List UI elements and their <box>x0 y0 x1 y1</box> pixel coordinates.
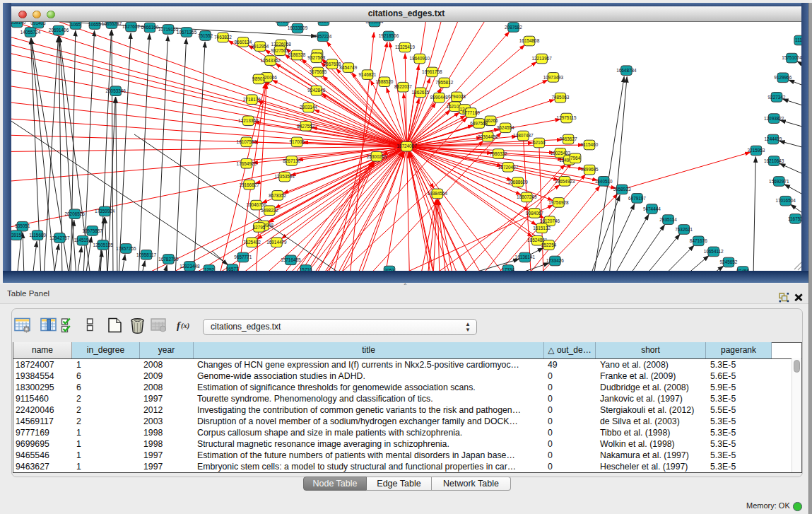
svg-text:62160: 62160 <box>533 140 546 145</box>
svg-text:7625402: 7625402 <box>243 240 261 245</box>
svg-text:7463822: 7463822 <box>214 35 232 40</box>
svg-text:20364436: 20364436 <box>478 134 498 139</box>
svg-text:8912954: 8912954 <box>252 44 269 49</box>
svg-text:7986322: 7986322 <box>490 151 507 156</box>
svg-text:9327508: 9327508 <box>307 55 325 60</box>
svg-text:17857255: 17857255 <box>116 246 136 251</box>
svg-text:1527602: 1527602 <box>122 24 140 29</box>
svg-text:10807487: 10807487 <box>513 133 534 138</box>
svg-text:16107553: 16107553 <box>237 139 257 144</box>
svg-text:10655287: 10655287 <box>102 22 122 26</box>
svg-text:16136141: 16136141 <box>515 255 536 259</box>
svg-text:1292: 1292 <box>204 267 215 271</box>
svg-text:9777169: 9777169 <box>462 110 480 115</box>
svg-text:15751074: 15751074 <box>782 55 801 60</box>
svg-text:1145194: 1145194 <box>74 238 92 243</box>
svg-text:92456: 92456 <box>736 269 749 271</box>
svg-text:15716: 15716 <box>300 267 312 271</box>
svg-text:10671355: 10671355 <box>177 30 197 35</box>
svg-text:9327503: 9327503 <box>271 48 289 53</box>
svg-text:8990448: 8990448 <box>430 95 448 100</box>
svg-text:9899695: 9899695 <box>581 167 599 172</box>
svg-text:8678352: 8678352 <box>269 193 286 198</box>
svg-text:8322037: 8322037 <box>394 84 412 89</box>
svg-text:10655: 10655 <box>88 22 101 27</box>
svg-text:16033809: 16033809 <box>288 25 308 30</box>
svg-text:16648784: 16648784 <box>616 68 637 73</box>
svg-text:8267130: 8267130 <box>283 158 300 163</box>
svg-text:1588520: 1588520 <box>376 79 394 84</box>
svg-text:(x): (x) <box>181 322 189 330</box>
svg-text:3624554: 3624554 <box>497 125 514 130</box>
svg-text:10046756: 10046756 <box>246 202 266 207</box>
svg-text:9084067: 9084067 <box>526 211 543 216</box>
svg-text:12213363: 12213363 <box>238 118 259 123</box>
svg-text:20206526: 20206526 <box>64 211 85 216</box>
svg-text:139154: 139154 <box>11 233 24 238</box>
svg-text:18640910: 18640910 <box>410 56 430 61</box>
svg-text:8830: 8830 <box>319 22 329 23</box>
svg-text:116753: 116753 <box>788 216 801 221</box>
svg-text:6794028: 6794028 <box>448 94 466 99</box>
svg-text:17654925: 17654925 <box>237 161 257 166</box>
svg-text:16210643: 16210643 <box>764 158 784 163</box>
svg-text:9227342: 9227342 <box>768 95 786 100</box>
svg-text:6479197: 6479197 <box>628 196 646 201</box>
svg-text:16120746: 16120746 <box>540 218 560 223</box>
svg-text:16154808: 16154808 <box>519 38 540 43</box>
svg-text:5958923: 5958923 <box>613 187 631 192</box>
svg-text:18807249: 18807249 <box>517 194 537 199</box>
svg-text:8660124: 8660124 <box>235 40 252 45</box>
svg-text:8454749: 8454749 <box>339 65 357 70</box>
svg-text:12353594: 12353594 <box>274 174 295 179</box>
svg-text:17016504: 17016504 <box>775 198 796 203</box>
svg-text:6497568: 6497568 <box>470 121 488 126</box>
svg-text:1112: 1112 <box>795 37 801 42</box>
svg-text:20053346: 20053346 <box>105 88 126 93</box>
svg-text:9146821: 9146821 <box>359 72 377 77</box>
svg-text:8427552: 8427552 <box>297 124 314 129</box>
svg-text:9463627: 9463627 <box>560 136 577 141</box>
svg-text:19166827: 19166827 <box>239 182 259 187</box>
svg-text:12505135: 12505135 <box>93 243 113 247</box>
svg-text:2803144: 2803144 <box>300 105 317 110</box>
svg-text:11325419: 11325419 <box>395 45 415 49</box>
svg-text:19756928: 19756928 <box>548 200 569 205</box>
svg-text:96577: 96577 <box>226 267 239 271</box>
svg-text:2053: 2053 <box>384 268 395 271</box>
svg-text:8813054: 8813054 <box>366 22 384 24</box>
svg-text:10543362: 10543362 <box>260 58 281 63</box>
svg-text:7485063: 7485063 <box>551 95 569 100</box>
svg-text:1244419: 1244419 <box>765 136 782 141</box>
svg-text:98901: 98901 <box>252 76 265 81</box>
svg-text:19654923: 19654923 <box>555 179 575 184</box>
svg-text:15716485: 15716485 <box>281 257 301 262</box>
svg-text:10975887: 10975887 <box>82 228 102 233</box>
svg-text:8471676: 8471676 <box>690 238 707 243</box>
svg-text:9474444: 9474444 <box>643 206 661 211</box>
svg-text:15720407: 15720407 <box>498 165 519 170</box>
svg-text:19384554: 19384554 <box>428 191 448 196</box>
svg-text:751552: 751552 <box>198 33 213 38</box>
svg-text:15692971: 15692971 <box>769 179 789 184</box>
svg-text:252254: 252254 <box>541 243 557 247</box>
svg-text:2087682: 2087682 <box>505 25 522 30</box>
svg-text:160338: 160338 <box>275 22 290 23</box>
svg-text:9657771: 9657771 <box>234 255 252 259</box>
svg-text:12923448: 12923448 <box>180 264 200 269</box>
svg-text:9245652: 9245652 <box>720 259 738 264</box>
svg-text:16782759: 16782759 <box>158 257 179 262</box>
svg-text:6466160: 6466160 <box>141 25 159 30</box>
svg-text:32795: 32795 <box>253 225 266 230</box>
svg-text:7632621: 7632621 <box>675 227 693 232</box>
svg-text:9242848: 9242848 <box>307 88 325 93</box>
svg-text:10973493: 10973493 <box>543 75 564 80</box>
svg-text:9115460: 9115460 <box>581 142 599 147</box>
svg-text:8186328: 8186328 <box>288 52 306 57</box>
svg-text:9129966: 9129966 <box>774 75 792 80</box>
svg-text:12942757: 12942757 <box>49 235 70 240</box>
svg-text:12213967: 12213967 <box>531 56 552 61</box>
svg-text:1115689: 1115689 <box>29 233 46 238</box>
svg-text:091403: 091403 <box>30 22 46 25</box>
svg-text:10654112: 10654112 <box>704 249 724 254</box>
